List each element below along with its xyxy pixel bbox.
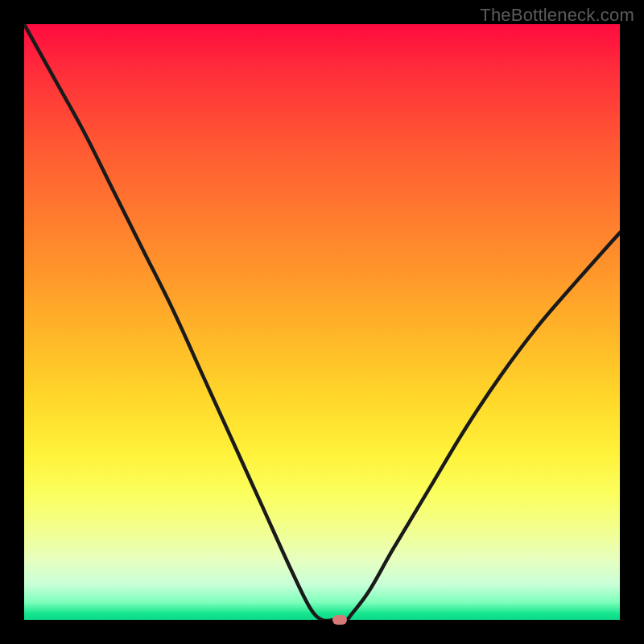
curve-path (24, 24, 620, 620)
plot-area (24, 24, 620, 620)
chart-frame: TheBottleneck.com (0, 0, 644, 644)
watermark-text: TheBottleneck.com (480, 5, 634, 26)
bottleneck-curve (24, 24, 620, 620)
optimum-marker (332, 615, 347, 625)
